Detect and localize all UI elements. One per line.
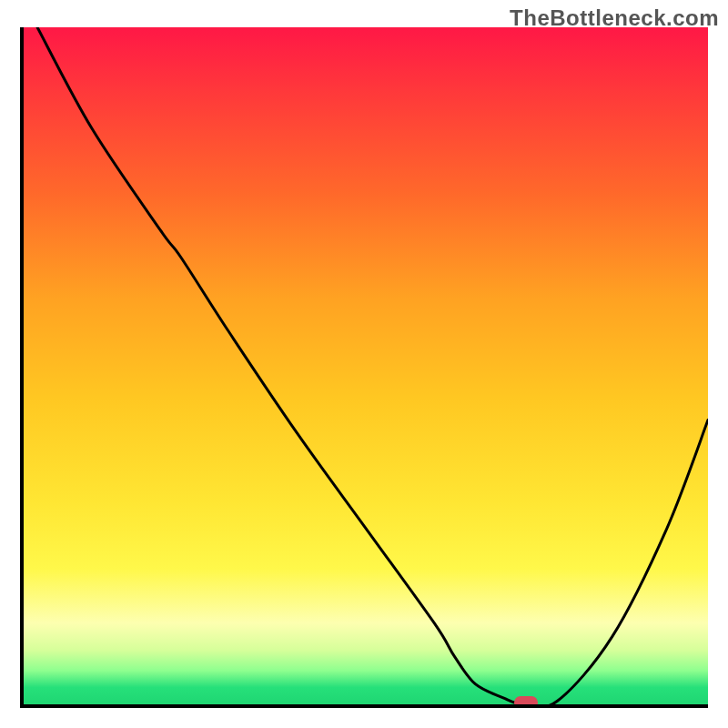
gradient-background xyxy=(24,27,708,704)
optimal-marker xyxy=(514,696,538,708)
chart-container: TheBottleneck.com xyxy=(0,0,728,728)
plot-area xyxy=(20,27,708,708)
watermark-text: TheBottleneck.com xyxy=(510,5,719,31)
